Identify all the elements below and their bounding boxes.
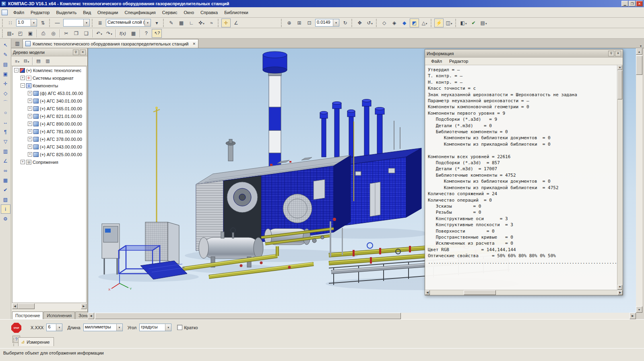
tree-item-coordinate-systems[interactable]: Системы координат [12, 74, 86, 82]
panel-grip[interactable] [13, 338, 15, 346]
scroll-thumb[interactable] [18, 303, 35, 309]
document-icon[interactable] [2, 10, 8, 15]
step-menu-icon[interactable]: ⇅ [38, 19, 47, 27]
perspective-icon[interactable]: △ [420, 19, 429, 27]
grid-icon[interactable]: ▦ [177, 19, 186, 27]
dimension-icon[interactable]: ↔ [1, 118, 10, 127]
tree-item-component[interactable]: (+) АГС 378.00.00.00 [12, 135, 86, 143]
hidden-lines-icon[interactable]: ◈ [390, 19, 399, 27]
ortho-icon[interactable]: ∟ [187, 19, 196, 27]
pin-icon[interactable]: ⚲ [608, 51, 614, 56]
layer-menu-icon[interactable]: ▾ [152, 19, 161, 27]
document-tab[interactable]: Комплекс технологического оборудования г… [23, 39, 198, 48]
measure-icon[interactable]: ∠ [1, 156, 10, 165]
expand-icon[interactable] [28, 144, 32, 149]
refresh-icon[interactable]: ↻ [341, 19, 350, 27]
zoom-window-icon[interactable]: ⊞ [295, 19, 304, 27]
scroll-thumb[interactable] [617, 70, 622, 99]
menu-item[interactable]: Файл [10, 8, 27, 17]
cursor-step-icon[interactable]: ∷ [6, 19, 15, 27]
scroll-left-icon[interactable]: ◀ [88, 313, 94, 319]
toolbar-grip[interactable] [218, 19, 220, 27]
save-icon[interactable]: ▣ [26, 29, 35, 38]
filter-icon[interactable]: ▽ [1, 137, 10, 146]
scroll-right-icon[interactable]: ▶ [618, 290, 623, 295]
toolbar-grip[interactable] [2, 29, 4, 37]
expand-icon[interactable] [28, 99, 32, 103]
shaded-icon[interactable]: ◆ [400, 19, 409, 27]
sketch-icon[interactable]: ✎ [1, 50, 10, 59]
menu-item[interactable]: Операции [94, 8, 121, 17]
zoom-in-icon[interactable]: ⊕ [285, 19, 294, 27]
new-document-icon[interactable]: ▤ [6, 29, 15, 38]
scroll-left-icon[interactable]: ◀ [12, 303, 18, 309]
tree-item-component[interactable]: (+) АГС 821.01.00.00 [12, 112, 86, 120]
global-snap-icon[interactable]: ✛ [221, 19, 231, 27]
mesh-icon[interactable]: ▤ [479, 19, 488, 27]
tree-item-component[interactable]: (+) АГС 825.00.00.00 [12, 151, 86, 158]
viewport-horizontal-scrollbar[interactable]: ◀ ▶ [88, 313, 636, 319]
open-icon[interactable]: ◰ [16, 29, 25, 38]
scroll-down-icon[interactable]: ▼ [617, 285, 622, 290]
tab-close-icon[interactable]: ✕ [193, 42, 196, 46]
restore-button[interactable]: ❐ [629, 1, 636, 6]
undo-icon[interactable]: ↶ [95, 29, 104, 38]
rotate-view-icon[interactable]: ↺ [365, 19, 374, 27]
redo-icon[interactable]: ↷ [105, 29, 114, 38]
surface-icon[interactable]: ◇ [1, 89, 10, 98]
tree-item-mates[interactable]: Сопряжения [12, 158, 86, 166]
toolbar-grip[interactable] [351, 19, 353, 27]
angle-snap-icon[interactable]: ∠ [231, 19, 241, 27]
tree-horizontal-scrollbar[interactable]: ◀ ▶ [12, 303, 87, 309]
menu-item[interactable]: Справка [197, 8, 221, 17]
tree-doc-icon[interactable]: ▤ [34, 57, 43, 65]
tree-relations-icon[interactable]: ⊟ [22, 57, 31, 65]
scroll-thumb[interactable] [636, 56, 642, 75]
scroll-up-icon[interactable]: ▲ [617, 65, 622, 70]
information-icon[interactable]: i [1, 204, 10, 214]
toolbar-grip[interactable] [2, 19, 4, 27]
toolbar-grip[interactable] [49, 19, 51, 27]
pointer-icon[interactable]: ↖ [1, 40, 10, 50]
information-horizontal-scrollbar[interactable]: ◀ ▶ [425, 290, 623, 295]
close-panel-icon[interactable]: ✕ [80, 50, 86, 55]
combo-arrow-icon[interactable] [116, 324, 122, 331]
tree-item-component[interactable]: (+) АГС 340.01.00.00 [12, 97, 86, 105]
viewport-vertical-scrollbar[interactable]: ▲ ▼ [636, 48, 642, 313]
expand-icon[interactable] [28, 122, 32, 126]
scroll-right-icon[interactable]: ▶ [630, 313, 636, 319]
specification-icon[interactable]: ▥ [1, 146, 10, 156]
expand-icon[interactable] [28, 152, 32, 157]
scroll-right-icon[interactable]: ▶ [81, 303, 87, 309]
expand-icon[interactable] [21, 76, 25, 80]
scroll-thumb[interactable] [95, 313, 401, 319]
combo-arrow-icon[interactable] [144, 19, 151, 26]
toolbar-grip[interactable] [281, 19, 283, 27]
simplifications-icon[interactable]: ⚡ [434, 19, 444, 27]
scroll-thumb[interactable] [464, 290, 496, 295]
tab-construction[interactable]: Построение [12, 311, 43, 319]
check-document-icon[interactable]: ✔ [469, 19, 478, 27]
information-vertical-scrollbar[interactable]: ▲ ▼ [617, 65, 622, 290]
tree-extra-icon[interactable]: ▥ [43, 57, 52, 65]
documents-list-icon[interactable]: ▥ [13, 39, 21, 47]
tree-item-component[interactable]: (+) АГС 565.01.00.00 [12, 105, 86, 112]
precision-combo[interactable]: 6 [46, 324, 62, 331]
menu-item[interactable]: Библиотеки [221, 8, 252, 17]
cursor-step-combo[interactable]: 1.0 [16, 19, 37, 27]
tree-item-component[interactable]: (+) АГС 343.00.00.00 [12, 143, 86, 151]
curve-icon[interactable]: ⌒ [1, 98, 10, 107]
pin-icon[interactable]: ⚲ [73, 50, 79, 55]
cut-icon[interactable]: ✂ [62, 29, 71, 38]
tree-root-item[interactable]: (+) Комплекс технологичес [12, 66, 86, 74]
line-style-combo[interactable] [63, 19, 90, 27]
extrude-icon[interactable]: ▤ [1, 60, 10, 69]
macro-icon[interactable]: ▦ [129, 29, 138, 38]
shaded-edges-icon[interactable]: ◩ [410, 19, 419, 27]
expand-icon[interactable] [28, 114, 32, 118]
tab-measurement[interactable]: ⊿ Измерение [18, 337, 54, 346]
section-view-icon[interactable]: ◫ [444, 19, 454, 27]
line-style-icon[interactable]: — [53, 19, 62, 27]
toolbar-grip[interactable] [92, 19, 94, 27]
minimize-button[interactable]: ▁ [621, 1, 628, 6]
